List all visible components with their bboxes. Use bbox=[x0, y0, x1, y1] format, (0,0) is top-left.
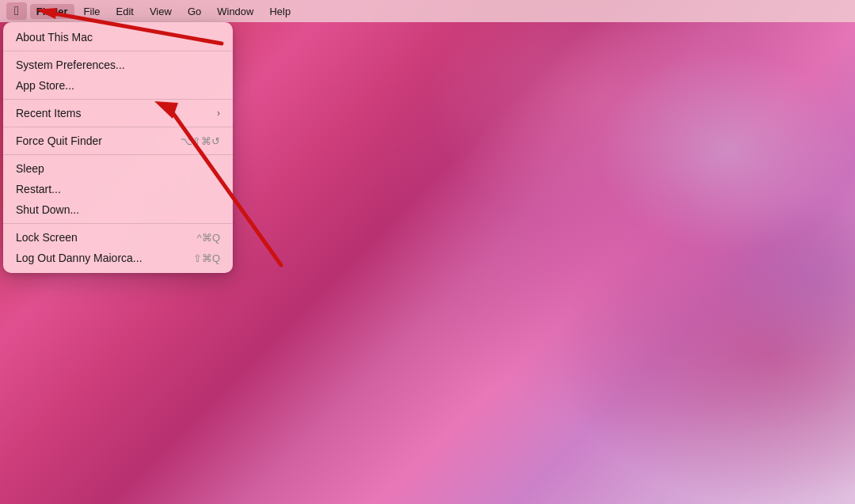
menu-item-logout[interactable]: Log Out Danny Maiorca... ⇧⌘Q bbox=[3, 248, 233, 268]
menu-item-shutdown[interactable]: Shut Down... bbox=[3, 199, 233, 220]
menubar-edit[interactable]: Edit bbox=[110, 4, 140, 19]
separator-3 bbox=[3, 127, 233, 127]
separator-4 bbox=[3, 154, 233, 155]
menu-item-system-prefs[interactable]: System Preferences... bbox=[3, 55, 233, 75]
apple-dropdown-menu: About This Mac System Preferences... App… bbox=[3, 22, 233, 273]
menu-item-restart[interactable]: Restart... bbox=[3, 179, 233, 199]
menu-item-app-store[interactable]: App Store... bbox=[3, 75, 233, 96]
menubar-window[interactable]: Window bbox=[211, 4, 260, 19]
menu-bar:  Finder File Edit View Go Window Help bbox=[0, 0, 855, 22]
menubar-file[interactable]: File bbox=[78, 4, 107, 19]
lock-screen-shortcut: ^⌘Q bbox=[197, 232, 220, 244]
separator-5 bbox=[3, 223, 233, 224]
menu-item-lock-screen[interactable]: Lock Screen ^⌘Q bbox=[3, 227, 233, 248]
menu-item-sleep[interactable]: Sleep bbox=[3, 158, 233, 179]
menu-item-about[interactable]: About This Mac bbox=[3, 27, 233, 47]
menubar-view[interactable]: View bbox=[143, 4, 178, 19]
force-quit-shortcut: ⌥⇧⌘↺ bbox=[180, 135, 220, 147]
menubar-go[interactable]: Go bbox=[181, 4, 207, 19]
separator-1 bbox=[3, 51, 233, 51]
menubar-help[interactable]: Help bbox=[263, 4, 297, 19]
menubar-finder[interactable]: Finder bbox=[30, 4, 74, 19]
menu-item-force-quit[interactable]: Force Quit Finder ⌥⇧⌘↺ bbox=[3, 131, 233, 151]
menu-item-recent-items[interactable]: Recent Items › bbox=[3, 103, 233, 123]
logout-shortcut: ⇧⌘Q bbox=[193, 252, 220, 264]
apple-menu-trigger[interactable]:  bbox=[6, 2, 27, 20]
recent-items-chevron: › bbox=[217, 108, 220, 119]
separator-2 bbox=[3, 99, 233, 100]
